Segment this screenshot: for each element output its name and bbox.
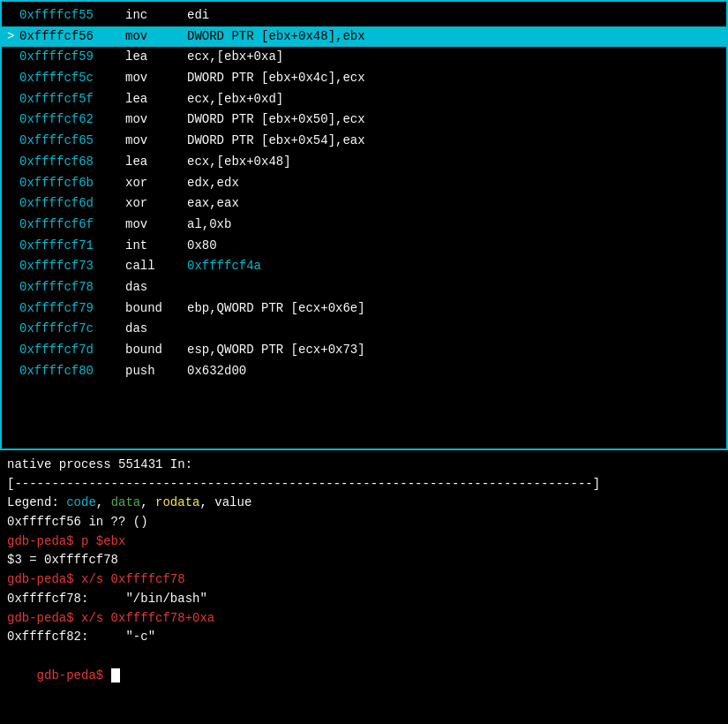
asm-operand: DWORD PTR [ebx+0x54],eax <box>187 132 365 151</box>
asm-operand: esp,QWORD PTR [ecx+0x73] <box>187 341 365 360</box>
asm-row[interactable]: 0xffffcf6dxoreax,eax <box>2 193 726 215</box>
asm-mnemonic: das <box>125 278 187 298</box>
asm-row[interactable]: 0xffffcf55incedi <box>2 5 726 26</box>
terminal-prompt-line[interactable]: gdb-peda$ <box>7 647 721 705</box>
asm-mnemonic: mov <box>125 110 187 130</box>
asm-mnemonic: mov <box>125 132 187 151</box>
terminal-result2: 0xffffcf78: "/bin/bash" <box>7 590 721 609</box>
asm-row[interactable]: 0xffffcf6fmoval,0xb <box>2 215 726 236</box>
asm-operand: 0x80 <box>187 237 217 256</box>
asm-row[interactable]: 0xffffcf79boundebp,QWORD PTR [ecx+0x6e] <box>2 298 726 320</box>
asm-addr: 0xffffcf79 <box>19 299 125 319</box>
asm-addr: 0xffffcf5c <box>19 69 125 88</box>
asm-row[interactable]: 0xffffcf7cdas <box>2 319 726 340</box>
asm-addr: 0xffffcf68 <box>19 153 125 172</box>
asm-row[interactable]: 0xffffcf7dboundesp,QWORD PTR [ecx+0x73] <box>2 340 726 361</box>
legend-sep1: , <box>96 495 111 509</box>
asm-operand: ecx,[ebx+0xa] <box>187 48 283 67</box>
asm-operand: 0x632d00 <box>187 362 246 381</box>
asm-mnemonic: das <box>125 320 187 339</box>
legend-label: Legend: <box>7 495 66 509</box>
terminal-separator: [---------------------------------------… <box>7 475 721 494</box>
asm-addr: 0xffffcf80 <box>19 362 125 381</box>
asm-row[interactable]: 0xffffcf59leaecx,[ebx+0xa] <box>2 47 726 68</box>
disassembly-panel: 0xffffcf55incedi>0xffffcf56movDWORD PTR … <box>0 0 728 450</box>
asm-addr: 0xffffcf73 <box>19 257 125 276</box>
asm-row[interactable]: 0xffffcf68leaecx,[ebx+0x48] <box>2 152 726 173</box>
asm-row[interactable]: 0xffffcf71int0x80 <box>2 236 726 257</box>
asm-addr: 0xffffcf59 <box>19 48 125 67</box>
asm-mnemonic: lea <box>125 153 187 172</box>
asm-row[interactable]: 0xffffcf78das <box>2 277 726 298</box>
asm-operand: al,0xb <box>187 215 231 235</box>
terminal-result1: $3 = 0xffffcf78 <box>7 551 721 570</box>
terminal-cmd1: gdb-peda$ p $ebx <box>7 532 721 552</box>
asm-addr: 0xffffcf71 <box>19 237 125 256</box>
asm-addr: 0xffffcf6b <box>19 174 125 193</box>
terminal-legend: Legend: code, data, rodata, value <box>7 494 721 513</box>
asm-mnemonic: bound <box>125 341 187 360</box>
asm-row[interactable]: 0xffffcf80push0x632d00 <box>2 361 726 382</box>
asm-row[interactable]: 0xffffcf6bxoredx,edx <box>2 173 726 194</box>
asm-operand: edi <box>187 6 209 26</box>
asm-addr: 0xffffcf56 <box>19 27 125 47</box>
legend-rodata: rodata <box>155 495 199 509</box>
legend-value: value <box>214 495 251 509</box>
legend-data: data <box>111 495 141 509</box>
terminal-result3: 0xffffcf82: "-c" <box>7 628 721 647</box>
asm-row[interactable]: 0xffffcf73call0xffffcf4a <box>2 256 726 277</box>
asm-operand: DWORD PTR [ebx+0x48],ebx <box>187 27 365 47</box>
asm-mnemonic: mov <box>125 27 187 47</box>
asm-mnemonic: mov <box>125 69 187 88</box>
terminal-cmd2: gdb-peda$ x/s 0xffffcf78 <box>7 570 721 590</box>
legend-sep2: , <box>140 495 155 509</box>
terminal-panel: native process 551431 In: [-------------… <box>0 450 728 724</box>
asm-mnemonic: xor <box>125 194 187 214</box>
legend-code: code <box>66 495 96 509</box>
asm-mnemonic: call <box>125 257 187 276</box>
asm-operand: ebp,QWORD PTR [ecx+0x6e] <box>187 299 365 319</box>
asm-addr: 0xffffcf65 <box>19 132 125 151</box>
asm-mnemonic: int <box>125 237 187 256</box>
asm-operand: DWORD PTR [ebx+0x4c],ecx <box>187 69 365 88</box>
asm-row[interactable]: 0xffffcf5cmovDWORD PTR [ebx+0x4c],ecx <box>2 68 726 89</box>
asm-mnemonic: xor <box>125 174 187 193</box>
asm-addr: 0xffffcf6d <box>19 194 125 214</box>
asm-arrow: > <box>7 27 19 47</box>
asm-addr-ref: 0xffffcf4a <box>187 259 261 273</box>
legend-sep3: , <box>199 495 214 509</box>
asm-operand: edx,edx <box>187 174 239 193</box>
terminal-header: native process 551431 In: <box>7 456 721 475</box>
asm-mnemonic: mov <box>125 215 187 235</box>
asm-row[interactable]: 0xffffcf62movDWORD PTR [ebx+0x50],ecx <box>2 109 726 131</box>
asm-addr: 0xffffcf5f <box>19 90 125 109</box>
asm-row[interactable]: 0xffffcf65movDWORD PTR [ebx+0x54],eax <box>2 131 726 152</box>
asm-operand: ecx,[ebx+0xd] <box>187 90 283 109</box>
asm-mnemonic: push <box>125 362 187 381</box>
asm-addr: 0xffffcf7d <box>19 341 125 360</box>
asm-addr: 0xffffcf62 <box>19 110 125 130</box>
asm-mnemonic: lea <box>125 90 187 109</box>
asm-operand: ecx,[ebx+0x48] <box>187 153 291 172</box>
asm-mnemonic: lea <box>125 48 187 67</box>
asm-addr: 0xffffcf7c <box>19 320 125 339</box>
asm-operand: 0xffffcf4a <box>187 257 261 276</box>
terminal-cursor <box>111 668 120 683</box>
asm-mnemonic: inc <box>125 6 187 26</box>
asm-mnemonic: bound <box>125 299 187 319</box>
asm-addr: 0xffffcf55 <box>19 6 125 26</box>
terminal-location: 0xffffcf56 in ?? () <box>7 513 721 532</box>
terminal-prompt: gdb-peda$ <box>37 668 111 683</box>
asm-row[interactable]: 0xffffcf5fleaecx,[ebx+0xd] <box>2 89 726 110</box>
asm-row[interactable]: >0xffffcf56movDWORD PTR [ebx+0x48],ebx <box>2 26 726 48</box>
asm-addr: 0xffffcf78 <box>19 278 125 298</box>
terminal-cmd3: gdb-peda$ x/s 0xffffcf78+0xa <box>7 609 721 629</box>
asm-operand: DWORD PTR [ebx+0x50],ecx <box>187 110 365 130</box>
asm-addr: 0xffffcf6f <box>19 215 125 235</box>
asm-operand: eax,eax <box>187 194 239 214</box>
